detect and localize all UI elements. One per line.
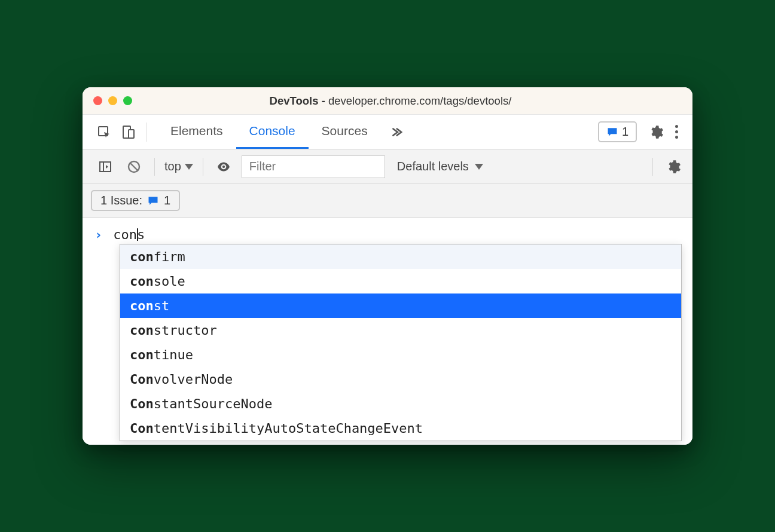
issues-pill[interactable]: 1 Issue: 1 xyxy=(91,190,180,211)
window-title-prefix: DevTools - xyxy=(270,94,328,107)
svg-point-5 xyxy=(222,165,225,167)
zoom-window-button[interactable] xyxy=(123,96,132,105)
window-title-url: developer.chrome.com/tags/devtools/ xyxy=(328,94,511,107)
prompt-chevron-icon: › xyxy=(94,227,102,242)
tab-elements[interactable]: Elements xyxy=(157,115,236,149)
issues-row: 1 Issue: 1 xyxy=(83,184,692,218)
autocomplete-item[interactable]: confirm xyxy=(120,244,681,269)
autocomplete-item[interactable]: ContentVisibilityAutoStateChangeEvent xyxy=(120,416,681,441)
log-levels-selector[interactable]: Default levels xyxy=(397,160,483,173)
console-area: › cons confirmconsoleconstconstructorcon… xyxy=(83,218,692,445)
console-prompt[interactable]: › cons xyxy=(83,226,692,243)
more-options-button[interactable] xyxy=(669,125,684,139)
message-icon xyxy=(147,195,159,207)
live-expression-icon[interactable] xyxy=(213,156,234,178)
execution-context-selector[interactable]: top xyxy=(164,160,193,173)
autocomplete-popup: confirmconsoleconstconstructorcontinueCo… xyxy=(120,244,682,441)
tab-console[interactable]: Console xyxy=(236,115,309,149)
device-toolbar-icon[interactable] xyxy=(117,121,139,143)
toggle-sidebar-icon[interactable] xyxy=(94,156,116,178)
close-window-button[interactable] xyxy=(93,96,102,105)
separator xyxy=(652,158,653,176)
filter-input[interactable] xyxy=(242,155,385,178)
devtools-window: DevTools - developer.chrome.com/tags/dev… xyxy=(83,87,692,445)
svg-rect-2 xyxy=(129,130,134,138)
autocomplete-item[interactable]: const xyxy=(120,293,681,318)
autocomplete-item[interactable]: ConstantSourceNode xyxy=(120,392,681,416)
autocomplete-item[interactable]: ConvolverNode xyxy=(120,367,681,392)
more-tabs-button[interactable] xyxy=(383,126,408,139)
message-icon xyxy=(606,126,618,138)
autocomplete-item[interactable]: constructor xyxy=(120,318,681,343)
levels-label: Default levels xyxy=(397,160,469,173)
autocomplete-item[interactable]: console xyxy=(120,269,681,293)
context-label: top xyxy=(164,160,181,173)
main-tabbar: Elements Console Sources 1 xyxy=(83,115,692,149)
chevron-down-icon xyxy=(185,164,193,170)
svg-rect-3 xyxy=(100,162,111,172)
console-toolbar: top Default levels xyxy=(83,149,692,184)
console-settings-button[interactable] xyxy=(663,156,684,178)
inspect-element-icon[interactable] xyxy=(93,121,115,143)
titlebar: DevTools - developer.chrome.com/tags/dev… xyxy=(83,87,692,115)
separator xyxy=(203,158,203,176)
settings-button[interactable] xyxy=(645,121,667,143)
tab-sources[interactable]: Sources xyxy=(309,115,381,149)
issues-badge[interactable]: 1 xyxy=(598,121,637,142)
clear-console-icon[interactable] xyxy=(123,156,145,178)
traffic-lights xyxy=(93,96,132,105)
console-input-text[interactable]: cons xyxy=(113,227,145,242)
panel-tabs: Elements Console Sources xyxy=(157,115,381,149)
chevron-down-icon xyxy=(475,164,483,170)
issues-badge-count: 1 xyxy=(622,125,628,139)
separator xyxy=(146,123,147,142)
issues-label: 1 Issue: xyxy=(100,194,142,207)
window-title: DevTools - developer.chrome.com/tags/dev… xyxy=(132,94,649,108)
issues-count: 1 xyxy=(164,194,170,207)
minimize-window-button[interactable] xyxy=(108,96,117,105)
separator xyxy=(154,158,155,176)
autocomplete-item[interactable]: continue xyxy=(120,343,681,367)
